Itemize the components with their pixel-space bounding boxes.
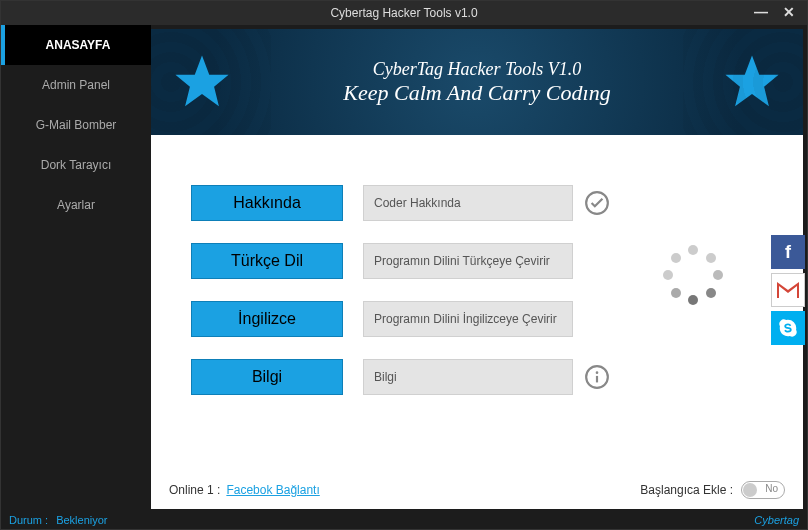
status-label: Durum : bbox=[9, 514, 48, 526]
startup-toggle[interactable]: No bbox=[741, 481, 785, 499]
bilgi-desc: Bilgi bbox=[363, 359, 573, 395]
banner-subtitle: Keep Calm And Carry Codıng bbox=[343, 80, 610, 106]
star-icon bbox=[723, 53, 781, 111]
turkce-button[interactable]: Türkçe Dil bbox=[191, 243, 343, 279]
banner-text: CyberTag Hacker Tools V1.0 Keep Calm And… bbox=[343, 59, 610, 106]
toggle-knob bbox=[743, 483, 757, 497]
svg-rect-5 bbox=[596, 376, 598, 383]
loading-spinner-icon bbox=[663, 245, 723, 305]
status-bar: Durum : Bekleniyor Cybertag bbox=[1, 511, 807, 529]
facebook-link[interactable]: Facebok Bağlantı bbox=[226, 483, 319, 497]
status-brand: Cybertag bbox=[754, 514, 799, 526]
svg-marker-1 bbox=[725, 55, 778, 106]
titlebar-buttons: — ✕ bbox=[747, 1, 803, 23]
star-icon bbox=[173, 53, 231, 111]
minimize-button[interactable]: — bbox=[747, 1, 775, 23]
toggle-label: No bbox=[765, 483, 778, 494]
content: Hakkında Coder Hakkında Türkçe Dil Progr… bbox=[151, 135, 803, 395]
close-button[interactable]: ✕ bbox=[775, 1, 803, 23]
startup-label: Başlangıca Ekle : bbox=[640, 483, 733, 497]
window-body: ANASAYFA Admin Panel G-Mail Bomber Dork … bbox=[1, 25, 807, 509]
svg-point-4 bbox=[596, 371, 599, 374]
row-hakkinda: Hakkında Coder Hakkında bbox=[191, 185, 781, 221]
social-buttons: f bbox=[771, 235, 805, 345]
sidebar-item-admin-panel[interactable]: Admin Panel bbox=[1, 65, 151, 105]
sidebar-item-anasayfa[interactable]: ANASAYFA bbox=[1, 25, 151, 65]
ingilizce-desc: Programın Dilini İngilizceye Çevirir bbox=[363, 301, 573, 337]
main-panel: CyberTag Hacker Tools V1.0 Keep Calm And… bbox=[151, 29, 803, 509]
sidebar-item-gmail-bomber[interactable]: G-Mail Bomber bbox=[1, 105, 151, 145]
ingilizce-button[interactable]: İngilizce bbox=[191, 301, 343, 337]
facebook-button[interactable]: f bbox=[771, 235, 805, 269]
titlebar[interactable]: Cybertag Hacker Tools v1.0 — ✕ bbox=[1, 1, 807, 25]
sidebar-item-ayarlar[interactable]: Ayarlar bbox=[1, 185, 151, 225]
sidebar: ANASAYFA Admin Panel G-Mail Bomber Dork … bbox=[1, 25, 151, 509]
app-window: Cybertag Hacker Tools v1.0 — ✕ ANASAYFA … bbox=[0, 0, 808, 530]
skype-button[interactable] bbox=[771, 311, 805, 345]
bilgi-button[interactable]: Bilgi bbox=[191, 359, 343, 395]
banner-title: CyberTag Hacker Tools V1.0 bbox=[343, 59, 610, 80]
hakkinda-button[interactable]: Hakkında bbox=[191, 185, 343, 221]
banner: CyberTag Hacker Tools V1.0 Keep Calm And… bbox=[151, 29, 803, 135]
hakkinda-desc: Coder Hakkında bbox=[363, 185, 573, 221]
status-value: Bekleniyor bbox=[56, 514, 107, 526]
row-bilgi: Bilgi Bilgi bbox=[191, 359, 781, 395]
window-title: Cybertag Hacker Tools v1.0 bbox=[330, 6, 477, 20]
check-icon bbox=[583, 189, 611, 217]
info-icon bbox=[583, 363, 611, 391]
turkce-desc: Programın Dilini Türkçeye Çevirir bbox=[363, 243, 573, 279]
online-label: Online 1 : bbox=[169, 483, 220, 497]
row-ingilizce: İngilizce Programın Dilini İngilizceye Ç… bbox=[191, 301, 781, 337]
sidebar-item-dork-tarayici[interactable]: Dork Tarayıcı bbox=[1, 145, 151, 185]
gmail-button[interactable] bbox=[771, 273, 805, 307]
bottom-bar: Online 1 : Facebok Bağlantı Başlangıca E… bbox=[169, 481, 785, 499]
svg-marker-0 bbox=[175, 55, 228, 106]
